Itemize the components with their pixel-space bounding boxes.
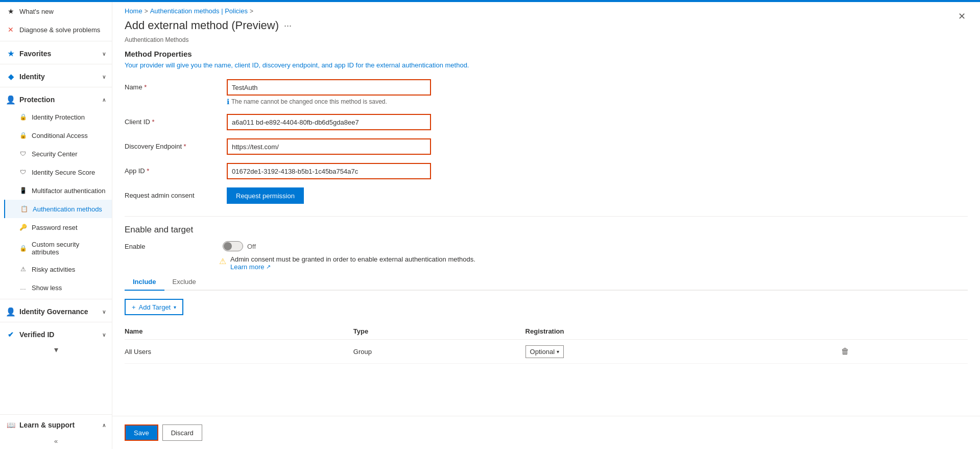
external-link-icon: ↗ xyxy=(266,264,271,270)
enable-toggle[interactable]: Off xyxy=(223,241,256,251)
star-icon: ★ xyxy=(6,7,15,16)
info-icon-name: ℹ xyxy=(227,98,229,106)
sidebar-item-diagnose[interactable]: ✕ Diagnose & solve problems xyxy=(0,20,112,39)
client-id-input[interactable] xyxy=(227,114,431,130)
request-consent-control: Request permission xyxy=(227,187,431,204)
favorites-icon: ★ xyxy=(6,49,15,58)
method-properties-title: Method Properties xyxy=(125,50,968,58)
sidebar-section-favorites[interactable]: ★ Favorites ∨ xyxy=(0,43,112,62)
discovery-endpoint-input[interactable] xyxy=(227,138,431,155)
name-required-marker: * xyxy=(142,83,147,91)
page-title: Add external method (Preview) xyxy=(125,19,279,32)
method-properties-section: Method Properties Your provider will giv… xyxy=(125,50,968,204)
table-cell-delete: 🗑 xyxy=(839,340,968,364)
delete-row-button[interactable]: 🗑 xyxy=(839,345,851,358)
chevron-down-icon-3: ∨ xyxy=(102,309,106,315)
form-container: Method Properties Your provider will giv… xyxy=(112,50,980,416)
name-input[interactable] xyxy=(227,79,431,96)
name-hint: ℹ The name cannot be changed once this m… xyxy=(227,98,431,106)
targets-table: Name Type Registration All Users Group xyxy=(125,323,968,364)
toggle-track[interactable] xyxy=(223,241,243,251)
page-subtitle: Authentication Methods xyxy=(112,36,980,50)
chevron-up-icon: ∧ xyxy=(102,97,106,103)
warning-text: Admin consent must be granted in order t… xyxy=(230,255,475,271)
breadcrumb-sep-2: > xyxy=(250,8,253,15)
collapse-sidebar-btn[interactable]: « xyxy=(0,433,112,449)
app-id-label: App ID * xyxy=(125,163,227,175)
client-id-field-wrap xyxy=(227,114,431,130)
sidebar-section-protection[interactable]: 👤 Protection ∧ xyxy=(0,89,112,108)
learn-more-link[interactable]: Learn more ↗ xyxy=(230,263,271,271)
tab-exclude[interactable]: Exclude xyxy=(164,274,204,291)
scroll-down-indicator: ▾ xyxy=(0,343,112,357)
sidebar-item-identity-protection[interactable]: 🔒 Identity Protection xyxy=(4,108,112,126)
sidebar-item-auth-methods[interactable]: 📋 Authentication methods xyxy=(4,200,112,218)
registration-dropdown[interactable]: Optional ▾ xyxy=(525,345,564,358)
sidebar-bottom: 📖 Learn & support ∧ « xyxy=(0,414,112,449)
app-id-field-wrap xyxy=(227,163,431,179)
learn-icon: 📖 xyxy=(6,420,15,430)
chevron-down-icon-4: ∨ xyxy=(102,332,106,338)
name-label: Name * xyxy=(125,79,227,91)
breadcrumb-section[interactable]: Authentication methods | Policies xyxy=(150,7,248,15)
tab-include[interactable]: Include xyxy=(125,274,164,291)
breadcrumb-sep-1: > xyxy=(145,8,148,15)
toggle-thumb xyxy=(224,242,232,250)
chevron-down-icon-2: ∨ xyxy=(102,74,106,80)
main-content: Home > Authentication methods | Policies… xyxy=(112,2,980,449)
sidebar-scroll: ★ What's new ✕ Diagnose & solve problems… xyxy=(0,2,112,414)
sidebar-section-identity-governance[interactable]: 👤 Identity Governance ∨ xyxy=(0,301,112,320)
app-id-link[interactable]: app ID xyxy=(334,61,354,69)
warning-triangle-icon: ⚠ xyxy=(219,256,226,266)
app-id-input[interactable] xyxy=(227,163,431,179)
sidebar-item-custom-security[interactable]: 🔒 Custom security attributes xyxy=(4,237,112,260)
sidebar-section-learn-support[interactable]: 📖 Learn & support ∧ xyxy=(0,415,112,433)
sidebar-divider-5 xyxy=(0,322,112,322)
enable-target-title: Enable and target xyxy=(125,216,968,235)
key-icon: 🔑 xyxy=(18,223,28,232)
warning-row: ⚠ Admin consent must be granted in order… xyxy=(125,255,968,271)
governance-icon: 👤 xyxy=(6,307,15,316)
sidebar-section-verified-id[interactable]: ✔ Verified ID ∨ xyxy=(0,324,112,343)
sidebar-item-risky-activities[interactable]: ⚠ Risky activities xyxy=(4,260,112,278)
enable-label: Enable xyxy=(125,243,217,250)
save-button[interactable]: Save xyxy=(125,424,158,441)
discovery-endpoint-field-wrap xyxy=(227,138,431,155)
identity-icon: ◆ xyxy=(6,72,15,81)
sidebar-item-identity-secure-score[interactable]: 🛡 Identity Secure Score xyxy=(4,163,112,181)
sidebar-item-whats-new[interactable]: ★ What's new xyxy=(0,2,112,20)
include-exclude-tabs: Include Exclude xyxy=(125,274,968,291)
breadcrumb: Home > Authentication methods | Policies… xyxy=(112,2,980,17)
sidebar-item-security-center[interactable]: 🛡 Security Center xyxy=(4,145,112,163)
discovery-endpoint-required-marker: * xyxy=(182,143,186,150)
discovery-endpoint-row: Discovery Endpoint * xyxy=(125,138,968,155)
lock-icon-2: 🔒 xyxy=(18,131,28,140)
sidebar-item-multifactor-auth[interactable]: 📱 Multifactor authentication xyxy=(4,181,112,200)
request-consent-row: Request admin consent Request permission xyxy=(125,187,968,204)
page-header: Add external method (Preview) ··· xyxy=(112,17,980,36)
name-field-wrap: ℹ The name cannot be changed once this m… xyxy=(227,79,431,106)
sidebar-divider-2 xyxy=(0,64,112,64)
sidebar-item-show-less[interactable]: … Show less xyxy=(4,278,112,297)
table-cell-registration: Optional ▾ xyxy=(525,340,840,364)
request-permission-button[interactable]: Request permission xyxy=(227,187,304,204)
close-button[interactable]: ✕ xyxy=(953,8,970,25)
table-row: All Users Group Optional ▾ 🗑 xyxy=(125,340,968,364)
dropdown-arrow-icon: ▾ xyxy=(174,304,176,310)
dots-icon: … xyxy=(18,283,28,292)
discard-button[interactable]: Discard xyxy=(162,424,202,441)
clipboard-icon: 📋 xyxy=(19,204,29,214)
footer-bar: Save Discard xyxy=(112,416,980,449)
sidebar-item-password-reset[interactable]: 🔑 Password reset xyxy=(4,218,112,237)
breadcrumb-home[interactable]: Home xyxy=(125,7,142,15)
sidebar-item-conditional-access[interactable]: 🔒 Conditional Access xyxy=(4,126,112,145)
sidebar-section-identity[interactable]: ◆ Identity ∨ xyxy=(0,66,112,85)
chevron-up-icon-2: ∧ xyxy=(102,422,106,428)
toggle-state: Off xyxy=(247,243,256,250)
phone-icon: 📱 xyxy=(18,186,28,195)
add-target-button[interactable]: + Add Target ▾ xyxy=(125,299,183,315)
client-id-label: Client ID * xyxy=(125,114,227,126)
more-options-icon[interactable]: ··· xyxy=(284,20,292,31)
plus-icon: + xyxy=(132,303,136,311)
sidebar-divider-1 xyxy=(0,41,112,41)
